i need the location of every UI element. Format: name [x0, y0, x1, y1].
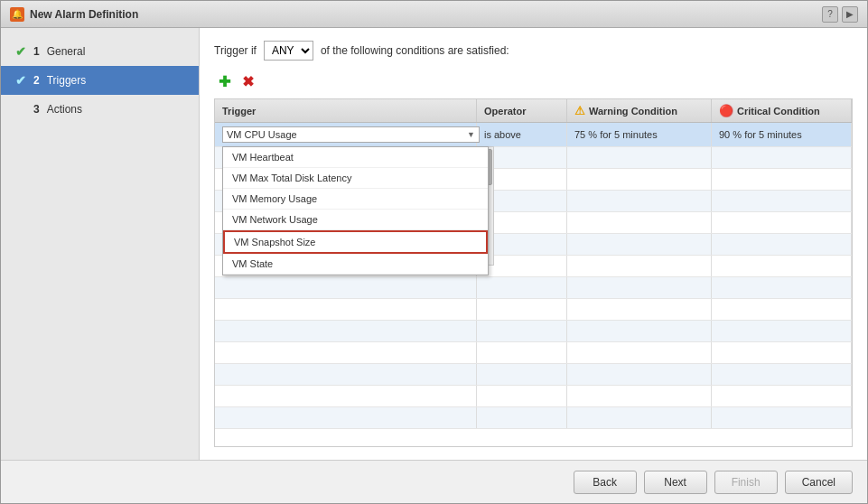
- title-bar-controls: ? ▶: [822, 6, 858, 23]
- sidebar: ✔ 1 General ✔ 2 Triggers ✔ 3 Actions: [1, 28, 200, 460]
- td-trigger: VM CPU Usage ▼ VM Heartbeat VM Max Total…: [215, 123, 477, 146]
- table-row-empty-10: [215, 342, 852, 364]
- dropdown-option-heartbeat[interactable]: VM Heartbeat: [223, 147, 488, 168]
- main-content: Trigger if ANY ALL of the following cond…: [200, 28, 867, 460]
- dropdown-option-snapshot[interactable]: VM Snapshot Size: [223, 230, 488, 254]
- dialog-title: New Alarm Definition: [30, 8, 138, 21]
- table-row-empty-9: [215, 321, 852, 342]
- critical-icon: 🔴: [719, 104, 733, 117]
- dialog-footer: Back Next Finish Cancel: [1, 460, 867, 503]
- sidebar-label-actions: Actions: [47, 103, 82, 116]
- dropdown-option-memory[interactable]: VM Memory Usage: [223, 189, 488, 210]
- condition-select[interactable]: ANY ALL: [264, 41, 313, 61]
- td-critical: 90 % for 5 minutes: [712, 123, 852, 146]
- trigger-header: Trigger if ANY ALL of the following cond…: [214, 41, 853, 61]
- add-trigger-button[interactable]: ✚: [214, 71, 234, 91]
- cancel-button[interactable]: Cancel: [785, 471, 853, 494]
- trigger-dropdown-wrapper: VM CPU Usage ▼ VM Heartbeat VM Max Total…: [222, 126, 480, 143]
- table-row-empty-7: [215, 277, 852, 299]
- td-warning: 75 % for 5 minutes: [567, 123, 712, 146]
- table-row-empty-13: [215, 407, 852, 429]
- sidebar-label-general: General: [47, 45, 86, 58]
- sidebar-label-triggers: Triggers: [47, 74, 87, 87]
- title-bar-left: 🔔 New Alarm Definition: [10, 7, 138, 22]
- dialog-icon: 🔔: [10, 7, 24, 22]
- title-bar: 🔔 New Alarm Definition ? ▶: [1, 1, 867, 28]
- finish-button[interactable]: Finish: [714, 471, 778, 494]
- help-button[interactable]: ?: [822, 6, 838, 23]
- condition-suffix: of the following conditions are satisfie…: [321, 44, 509, 57]
- back-button[interactable]: Back: [574, 471, 637, 494]
- table-row-empty-11: [215, 364, 852, 386]
- table-row-empty-12: [215, 386, 852, 407]
- dialog-container: 🔔 New Alarm Definition ? ▶ ✔ 1 General ✔…: [0, 0, 868, 504]
- sidebar-item-general[interactable]: ✔ 1 General: [1, 37, 199, 66]
- step-num-general: 1: [33, 45, 40, 58]
- next-button[interactable]: Next: [644, 471, 707, 494]
- dropdown-option-network[interactable]: VM Network Usage: [223, 210, 488, 230]
- step-num-triggers: 2: [33, 74, 40, 87]
- dropdown-arrow-icon: ▼: [467, 130, 475, 139]
- sidebar-item-actions[interactable]: ✔ 3 Actions: [1, 95, 199, 124]
- triggers-table: Trigger Operator ⚠ Warning Condition 🔴 C…: [214, 98, 853, 447]
- check-icon-general: ✔: [15, 44, 26, 59]
- expand-button[interactable]: ▶: [842, 6, 858, 23]
- table-row[interactable]: VM CPU Usage ▼ VM Heartbeat VM Max Total…: [215, 123, 852, 147]
- dropdown-value: VM CPU Usage: [227, 129, 467, 140]
- th-warning: ⚠ Warning Condition: [567, 99, 712, 122]
- th-trigger: Trigger: [215, 99, 477, 122]
- dropdown-display[interactable]: VM CPU Usage ▼: [222, 126, 480, 143]
- trigger-if-label: Trigger if: [214, 44, 257, 57]
- th-critical: 🔴 Critical Condition: [712, 99, 852, 122]
- dropdown-list: VM Heartbeat VM Max Total Disk Latency V…: [222, 146, 489, 275]
- th-operator: Operator: [477, 99, 567, 122]
- table-header: Trigger Operator ⚠ Warning Condition 🔴 C…: [215, 99, 852, 123]
- sidebar-item-triggers[interactable]: ✔ 2 Triggers: [1, 66, 199, 95]
- warning-icon: ⚠: [574, 104, 585, 117]
- step-num-actions: 3: [33, 103, 40, 116]
- dropdown-option-disk-latency[interactable]: VM Max Total Disk Latency: [223, 168, 488, 189]
- check-icon-triggers: ✔: [15, 73, 26, 88]
- dropdown-option-state[interactable]: VM State: [223, 254, 488, 275]
- td-operator: is above: [477, 123, 567, 146]
- toolbar: ✚ ✖: [214, 71, 853, 91]
- remove-trigger-button[interactable]: ✖: [238, 71, 257, 91]
- table-row-empty-8: [215, 299, 852, 321]
- dialog-body: ✔ 1 General ✔ 2 Triggers ✔ 3 Actions Tri…: [1, 28, 867, 460]
